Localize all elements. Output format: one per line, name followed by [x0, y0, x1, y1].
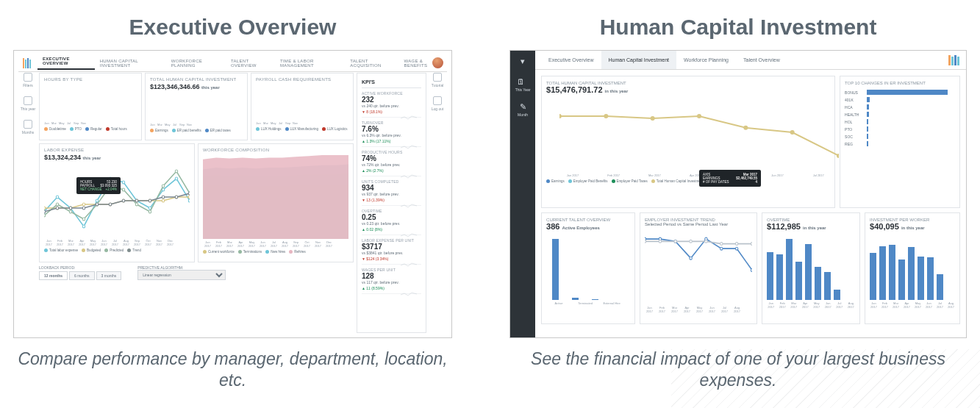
kpi-list: ACTIVE WORKFORCE232vs 240 qtr. before pr… [362, 88, 421, 294]
kpi-item[interactable]: LABOR EXPENSE PER UNIT$3717vs $3841 qtr.… [362, 235, 421, 265]
panel-title: WORKFORCE COMPOSITION [203, 148, 348, 152]
kpi-header: KPI'S [362, 77, 421, 88]
svg-point-25 [56, 203, 59, 206]
panel-total-hci: TOTAL HUMAN CAPITAL INVESTMENT $123,346,… [145, 73, 248, 140]
user-avatar[interactable] [432, 57, 443, 68]
calendar-icon: 🗓 [515, 76, 527, 87]
tab-talent-acq[interactable]: TALENT ACQUISITION [345, 59, 398, 68]
svg-point-47 [188, 192, 190, 195]
panel-total-hci-large: TOTAL HUMAN CAPITAL INVESTMENT $15,476,7… [541, 76, 835, 208]
rail-this-year[interactable]: 🗓This Year [515, 76, 531, 92]
rail-filter[interactable]: ▾ [517, 55, 529, 67]
svg-point-24 [44, 214, 46, 217]
app-logo-icon [948, 55, 960, 65]
svg-point-46 [175, 196, 178, 198]
svg-point-34 [175, 170, 178, 173]
svg-point-31 [135, 203, 138, 206]
svg-point-44 [149, 199, 151, 202]
cto-chart [552, 237, 630, 300]
tab-executive-overview[interactable]: EXECUTIVE OVERVIEW [37, 57, 95, 70]
kpi-item[interactable]: ACTIVE WORKFORCE232vs 240 qtr. before pr… [362, 88, 421, 118]
tab-workforce-planning[interactable]: Workforce Planning [676, 51, 736, 69]
svg-point-30 [122, 188, 125, 191]
tab-talent-overview[interactable]: TALENT OVERVIEW [226, 59, 275, 68]
svg-point-43 [135, 199, 138, 202]
payroll-chart [256, 86, 348, 120]
lookback-12m[interactable]: 12 months [39, 271, 68, 280]
svg-point-11 [188, 199, 190, 202]
tab-hci[interactable]: Human Capital Investment [601, 51, 676, 69]
panel-controls: LOOKBACK PERIOD: 12 months 6 months 3 mo… [39, 265, 354, 284]
kpi-item[interactable]: PRODUCTIVE HOURS74%vs 72% qtr. before pr… [362, 147, 421, 176]
svg-point-33 [162, 185, 165, 187]
composition-area-chart [203, 155, 348, 239]
svg-point-26 [69, 210, 72, 213]
tab-workforce-planning[interactable]: WORKFORCE PLANNING [166, 59, 226, 68]
svg-point-21 [162, 199, 165, 202]
panel-investment-per-worker: INVESTMENT PER WORKER $40,095 in this ye… [865, 212, 960, 324]
svg-point-4 [96, 199, 99, 202]
right-rail: Tutorial Log out [428, 73, 447, 120]
hours-chart [44, 86, 137, 120]
rail-month[interactable]: ✎Month [517, 101, 529, 117]
svg-point-1 [56, 196, 59, 198]
svg-point-40 [96, 203, 99, 206]
right-caption: See the financial impact of one of your … [509, 348, 967, 391]
svg-point-15 [82, 203, 85, 206]
algorithm-select[interactable]: Linear regression [137, 270, 226, 280]
svg-point-60 [720, 247, 723, 250]
tab-exec-overview[interactable]: Executive Overview [541, 51, 601, 69]
panel-workforce-composition: WORKFORCE COMPOSITION Jan2017Feb2017Mar2… [198, 143, 354, 262]
rail-filters[interactable]: Filters [18, 73, 37, 87]
b-left-rail: ▾ 🗓This Year ✎Month [510, 51, 535, 337]
panel-title: LABOR EXPENSE [44, 148, 190, 152]
svg-point-70 [751, 243, 752, 246]
panel-payroll-cash: PAYROLL CASH REQUIREMENTS JanMarMayJulSe… [251, 73, 354, 140]
kpi-item[interactable]: WAGES PER UNIT128vs 117 qtr. before prev… [362, 265, 421, 294]
logout-icon [433, 96, 442, 105]
panel-kpis: KPI'S ACTIVE WORKFORCE232vs 240 qtr. bef… [357, 73, 426, 333]
svg-point-12 [44, 207, 46, 210]
panel-title: PAYROLL CASH REQUIREMENTS [256, 77, 348, 82]
lookback-6m[interactable]: 6 months [69, 271, 95, 280]
svg-point-23 [188, 196, 190, 198]
svg-point-3 [82, 225, 85, 228]
svg-point-39 [82, 207, 85, 210]
svg-point-67 [705, 240, 708, 243]
comp-axis: Jan2017Feb2017Mar2017Apr2017May2017Jun20… [203, 240, 348, 248]
panel-hours-by-type: HOURS BY TYPE JanMarMayJulSepNov Doublet… [39, 73, 142, 140]
ipw-chart [870, 237, 955, 300]
overtime-chart [767, 237, 855, 300]
svg-point-42 [122, 199, 125, 202]
rail-this-year[interactable]: This year [18, 96, 37, 111]
svg-point-63 [645, 240, 646, 243]
pencil-icon: ✎ [517, 101, 529, 112]
rail-months[interactable]: Months [18, 120, 37, 135]
hours-axis: JanMarMayJulSepNov [44, 121, 137, 125]
lookback-3m[interactable]: 3 months [96, 271, 122, 280]
hci-dashboard: ▾ 🗓This Year ✎Month Executive Overview H… [509, 50, 967, 338]
help-icon [433, 73, 442, 82]
kpi-item[interactable]: OVERTIME0.25vs 0.23 qtr. before prev.▲ 0… [362, 206, 421, 235]
top10-bars: BONUS401KHCAHEALTHHOLPTOSOCREG [845, 90, 955, 146]
svg-point-41 [109, 203, 112, 206]
panel-title: TOTAL HUMAN CAPITAL INVESTMENT [150, 77, 243, 82]
svg-point-66 [690, 240, 693, 243]
kpi-item[interactable]: UNITS COMPLETED934vs 937 qtr. before pre… [362, 176, 421, 206]
svg-point-36 [44, 210, 46, 213]
payroll-legend: LUX Holdings LUX Manufacturing LUX Logis… [256, 127, 348, 131]
tab-hci[interactable]: HUMAN CAPITAL INVESTMENT [95, 59, 166, 68]
panel-title: HOURS BY TYPE [44, 77, 137, 82]
tab-tlm[interactable]: TIME & LABOR MANAGEMENT [275, 59, 345, 68]
rail-tutorial[interactable]: Tutorial [428, 73, 447, 87]
rail-logout[interactable]: Log out [428, 96, 447, 111]
tabs-bar: EXECUTIVE OVERVIEW HUMAN CAPITAL INVESTM… [18, 55, 447, 72]
svg-point-58 [690, 257, 693, 260]
svg-point-61 [735, 247, 738, 250]
svg-point-54 [837, 154, 839, 158]
kpi-item[interactable]: TURNOVER7.6%vs 6.3% qtr. before prev.▲ 1… [362, 118, 421, 147]
svg-point-6 [122, 181, 125, 184]
svg-point-38 [69, 207, 72, 210]
tab-talent-overview[interactable]: Talent Overview [736, 51, 787, 69]
labor-axis: Jan2017Feb2017Mar2017Apr2017May2017Jun20… [44, 239, 190, 246]
